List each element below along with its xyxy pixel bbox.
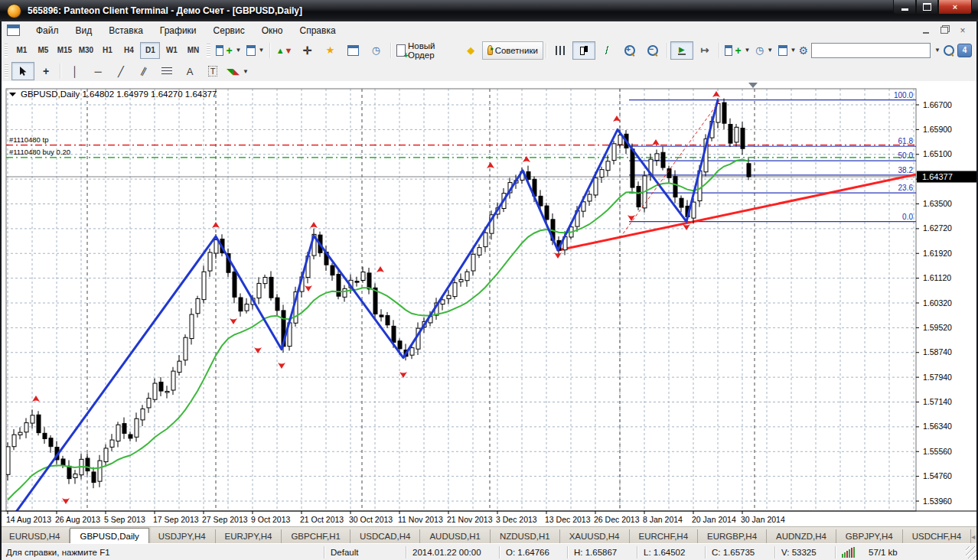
search-input[interactable] xyxy=(811,43,931,58)
gear-icon[interactable]: ⚙ xyxy=(799,44,809,57)
svg-text:23.6: 23.6 xyxy=(898,184,914,192)
svg-text:26 Dec 2013: 26 Dec 2013 xyxy=(594,515,640,524)
zoom-out-button[interactable] xyxy=(641,41,664,60)
templates-button[interactable]: ▼ xyxy=(776,41,799,60)
menu-item-сервис[interactable]: Сервис xyxy=(205,23,253,38)
navigator-button[interactable]: ✛ xyxy=(296,41,319,60)
svg-text:1.63500: 1.63500 xyxy=(923,199,952,208)
expert-advisors-button[interactable]: Советники xyxy=(482,41,543,60)
vertical-line-tool-button[interactable]: │ xyxy=(64,62,86,80)
cursor-tool-button[interactable] xyxy=(11,62,34,80)
line-chart-button[interactable] xyxy=(595,41,618,60)
plus-icon: + xyxy=(735,44,741,57)
chart-tab-usdcad-h4[interactable]: USDCAD,H4 xyxy=(350,529,420,544)
market-watch-button[interactable]: ▲▼ xyxy=(273,41,296,60)
search-icon[interactable] xyxy=(944,45,954,56)
zoom-in-button[interactable] xyxy=(618,41,641,60)
timeframe-button-m5[interactable]: M5 xyxy=(33,42,53,59)
new-chart-button[interactable]: + ▼ xyxy=(214,41,244,60)
svg-text:1.58740: 1.58740 xyxy=(923,347,952,357)
svg-text:1.59520: 1.59520 xyxy=(923,323,952,332)
indicators-button[interactable]: + ▼ xyxy=(722,41,753,60)
market-watch-icon: ▲▼ xyxy=(276,47,293,54)
menu-item-графики[interactable]: Графики xyxy=(152,23,205,38)
timeframe-button-m30[interactable]: M30 xyxy=(76,42,96,59)
status-volume: V: 53325 xyxy=(775,546,836,558)
chart-tab-gbpusd-daily[interactable]: GBPUSD,Daily xyxy=(70,528,148,544)
timeframe-button-m15[interactable]: M15 xyxy=(54,42,74,59)
menu-item-вид[interactable]: Вид xyxy=(67,23,101,38)
chart-tab-eurusd-h4[interactable]: EURUSD,H4 xyxy=(0,529,70,544)
chart-tab-audusd-h1[interactable]: AUDUSD,H1 xyxy=(420,529,490,544)
toolbar-grip[interactable] xyxy=(5,64,8,78)
child-close-button[interactable]: × xyxy=(954,24,972,37)
favorites-button[interactable]: ★ xyxy=(319,41,342,60)
child-restore-button[interactable] xyxy=(935,24,954,37)
metaeditor-button[interactable]: ◆ xyxy=(459,41,482,60)
horizontal-line-tool-button[interactable]: ─ xyxy=(86,62,109,80)
tabs-scroll-left-icon[interactable]: ◂ xyxy=(971,532,975,541)
price-chart[interactable]: 0.023.638.250.061.8100.0#1110480 tp#1110… xyxy=(0,81,978,526)
menu-item-справка[interactable]: Справка xyxy=(292,23,344,38)
search-dropdown-icon[interactable]: ▼ xyxy=(934,47,941,54)
toolbar-grip[interactable] xyxy=(207,44,210,57)
profiles-button[interactable]: ▼ xyxy=(244,41,267,60)
fibonacci-icon xyxy=(161,67,172,76)
svg-text:5 Sep 2013: 5 Sep 2013 xyxy=(104,515,145,524)
status-profile[interactable]: Default xyxy=(324,546,406,558)
timeframe-button-w1[interactable]: W1 xyxy=(161,42,181,59)
chart-tab-eurjpy-h4[interactable]: EURJPY,H4 xyxy=(216,529,282,544)
chevron-down-icon: ▼ xyxy=(243,68,249,75)
auto-scroll-button[interactable]: ▶ xyxy=(670,41,693,60)
fibonacci-tool-button[interactable] xyxy=(155,62,178,80)
notification-badge[interactable]: 4 xyxy=(957,44,972,57)
chart-tab-usdchf-h4[interactable]: USDCHF,H4 xyxy=(903,529,972,544)
timeframe-button-h1[interactable]: H1 xyxy=(97,42,117,59)
close-button[interactable]: × xyxy=(938,0,972,15)
chevron-down-icon: ▼ xyxy=(259,47,265,54)
chart-tab-eurchf-h4[interactable]: EURCHF,H4 xyxy=(630,529,699,544)
maximize-button[interactable] xyxy=(916,0,938,15)
chart-tab-usdjpy-h4[interactable]: USDJPY,H4 xyxy=(149,529,216,544)
chart-tab-xauusd-h4[interactable]: XAUUSD,H4 xyxy=(560,529,630,544)
strategy-tester-button[interactable]: ◷ xyxy=(365,41,388,60)
chart-tab-gbpjpy-h4[interactable]: GBPJPY,H4 xyxy=(836,529,903,544)
svg-text:26 Aug 2013: 26 Aug 2013 xyxy=(55,515,100,524)
periods-button[interactable]: ◷ ▼ xyxy=(753,41,776,60)
timeframe-button-d1[interactable]: D1 xyxy=(140,42,160,59)
channel-tool-button[interactable]: ∥ xyxy=(132,62,155,80)
timeframe-button-h4[interactable]: H4 xyxy=(119,42,139,59)
crosshair-tool-button[interactable]: + xyxy=(34,62,57,80)
chart-shift-button[interactable]: ↦ xyxy=(693,41,716,60)
menu-item-вставка[interactable]: Вставка xyxy=(100,23,152,38)
chart-tab-gbpchf-h1[interactable]: GBPCHF,H1 xyxy=(282,529,350,544)
chart-tab-eurgbp-h4[interactable]: EURGBP,H4 xyxy=(698,529,767,544)
child-minimize-button[interactable] xyxy=(917,24,935,37)
chevron-down-icon: ▼ xyxy=(791,47,797,54)
chevron-down-icon: ▼ xyxy=(236,47,242,54)
arrow-objects-button[interactable]: ◥◣ ▼ xyxy=(224,62,251,80)
text-tool-button[interactable]: A xyxy=(178,62,201,80)
svg-text:1.65100: 1.65100 xyxy=(923,149,952,158)
candlestick-chart-button[interactable] xyxy=(572,41,595,60)
trendline-tool-button[interactable]: ╱ xyxy=(109,62,132,80)
vertical-line-icon: │ xyxy=(72,66,78,77)
chart-tab-audnzd-h4[interactable]: AUDNZD,H4 xyxy=(767,529,836,544)
timeframe-button-m1[interactable]: M1 xyxy=(11,42,31,59)
timeframe-button-mn[interactable]: MN xyxy=(183,42,203,59)
svg-text:#1110480 buy 0.20: #1110480 buy 0.20 xyxy=(9,148,70,156)
new-order-button[interactable]: + Новый Ордер xyxy=(394,41,460,60)
bar-chart-button[interactable] xyxy=(549,41,572,60)
status-low: L: 1.64502 xyxy=(637,546,706,558)
text-label-tool-button[interactable]: T xyxy=(201,62,224,80)
chart-tab-nzdusd-h1[interactable]: NZDUSD,H1 xyxy=(491,529,560,544)
toolbar-grip[interactable] xyxy=(5,44,8,57)
menu-item-файл[interactable]: Файл xyxy=(28,23,67,38)
app-window: 565896: Panteon Client Terminal - Демо С… xyxy=(0,0,978,560)
clock-icon: ◷ xyxy=(755,44,764,56)
svg-text:30 Jan 2014: 30 Jan 2014 xyxy=(741,515,785,524)
main-toolbar: M1M5M15M30H1H4D1W1MN + ▼ ▼ ▲▼ ✛ ★ ◷ + Но… xyxy=(2,39,976,62)
minimize-button[interactable] xyxy=(893,0,916,15)
terminal-button[interactable] xyxy=(342,41,365,60)
menu-item-окно[interactable]: Окно xyxy=(253,23,292,38)
